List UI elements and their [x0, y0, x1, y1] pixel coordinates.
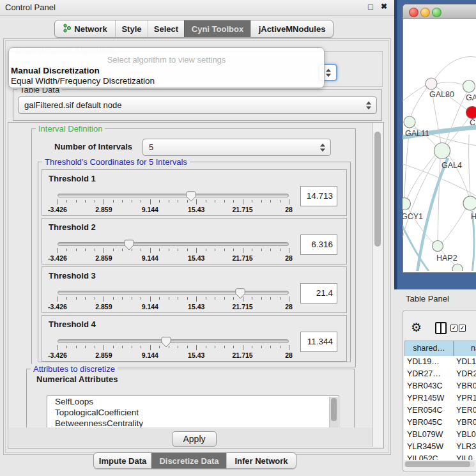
threshold-value-input[interactable]: 21.4: [300, 283, 337, 303]
minimize-window-icon[interactable]: [420, 8, 430, 17]
table-row[interactable]: YDL19…YDL1: [404, 356, 476, 368]
tab-network[interactable]: Network: [55, 20, 115, 37]
network-node-label: C: [470, 118, 475, 127]
tab-cyni-toolbox[interactable]: Cyni Toolbox: [184, 20, 250, 37]
gear-icon[interactable]: ⚙: [411, 321, 422, 334]
slider-tick: [122, 346, 123, 348]
slider-track[interactable]: [58, 339, 289, 343]
slider-thumb[interactable]: [235, 288, 245, 299]
settings-vertical-scrollbar[interactable]: [372, 123, 383, 447]
number-of-intervals-combobox[interactable]: 5: [142, 139, 331, 156]
slider-tick: [95, 200, 95, 203]
table-row[interactable]: YBR045CYBR0: [404, 417, 476, 429]
network-edge[interactable]: [407, 155, 435, 199]
network-node-c[interactable]: [466, 107, 476, 119]
dropdown-option-manual[interactable]: Manual Discretization: [11, 66, 100, 75]
tab-style[interactable]: Style: [115, 20, 148, 37]
table-row[interactable]: YLR345WYLR3: [404, 441, 476, 453]
table-row[interactable]: YER054CYER0: [404, 404, 476, 417]
table-scrollbar-thumb[interactable]: [405, 461, 470, 467]
list-scrollbar-thumb[interactable]: [331, 398, 337, 421]
network-edge[interactable]: [435, 57, 476, 79]
network-node-ga[interactable]: [463, 81, 475, 93]
attribute-list-item[interactable]: TopologicalCoefficient: [47, 407, 339, 418]
apply-button[interactable]: Apply: [172, 431, 217, 447]
float-window-icon[interactable]: □: [368, 2, 373, 12]
network-node-h[interactable]: [463, 196, 476, 210]
slider-tick: [85, 297, 86, 300]
table-row[interactable]: YPR145WYPR1: [404, 392, 476, 404]
network-edge[interactable]: [442, 208, 466, 243]
zoom-window-icon[interactable]: [432, 8, 441, 17]
threshold-rows: Threshold 1-3.4262.8599.14415.4321.71528…: [42, 169, 347, 364]
threshold-slider[interactable]: -3.4262.8599.14415.4321.71528: [58, 285, 289, 311]
network-node-gal11[interactable]: [404, 116, 415, 128]
threshold-slider[interactable]: -3.4262.8599.14415.4321.71528: [58, 188, 289, 213]
slider-tick: [132, 346, 132, 348]
cell-name: YBR0: [456, 417, 476, 429]
tab-label: jActiveMNodules: [259, 24, 326, 34]
network-window-titlebar[interactable]: [403, 4, 476, 19]
checkbox-checked-icon[interactable]: ✓: [450, 325, 457, 332]
table-data-combobox[interactable]: galFiltered.sif default node: [18, 96, 377, 114]
dropdown-placeholder: Select algorithm to view settings: [9, 55, 324, 65]
numerical-attributes-list[interactable]: SelfLoopsTopologicalCoefficientBetweenne…: [47, 395, 339, 429]
threshold-value-input[interactable]: 11.344: [300, 332, 337, 352]
slider-tick: [66, 346, 67, 348]
network-node-hap2[interactable]: [433, 241, 443, 252]
slider-tick-label: 15.43: [188, 303, 204, 311]
split-columns-icon[interactable]: [435, 322, 447, 334]
network-node[interactable]: [452, 264, 463, 271]
checkbox-checked-icon[interactable]: ✓: [459, 325, 466, 332]
slider-tick: [280, 297, 280, 300]
column-header-name[interactable]: na: [454, 341, 476, 357]
slider-tick-label: 2.859: [95, 206, 112, 213]
tab-infer-network[interactable]: Infer Network: [226, 453, 296, 468]
cell-name: YPR1: [456, 392, 476, 404]
numerical-attributes-label: Numerical Attributes: [36, 374, 118, 384]
slider-tick: [233, 297, 234, 300]
threshold-value-input[interactable]: 6.316: [300, 234, 337, 255]
slider-tick: [243, 199, 243, 204]
network-node-gcy1[interactable]: [403, 198, 411, 210]
slider-track[interactable]: [58, 291, 289, 295]
table-row[interactable]: YBR043CYBR0: [404, 380, 476, 392]
slider-track[interactable]: [58, 194, 289, 197]
slider-thumb[interactable]: [161, 337, 171, 348]
slider-tick: [159, 200, 160, 203]
slider-tick: [104, 248, 104, 253]
network-edge[interactable]: [445, 92, 467, 144]
network-canvas[interactable]: GAL80GACGAL11GAL4GCY1HHAP2: [403, 18, 476, 271]
threshold-slider[interactable]: -3.4262.8599.14415.4321.71528: [58, 334, 289, 359]
attribute-list-item[interactable]: SelfLoops: [47, 396, 339, 407]
tab-jactivemnodules[interactable]: jActiveMNodules: [250, 20, 333, 37]
network-node-gal4[interactable]: [434, 143, 450, 159]
table-row[interactable]: YDR27…YDR2: [404, 368, 476, 380]
table-row[interactable]: YIL052CYIL0: [404, 453, 476, 460]
slider-tick: [215, 200, 215, 203]
slider-tick: [76, 200, 77, 203]
tab-select[interactable]: Select: [148, 20, 184, 37]
list-scrollbar[interactable]: [329, 397, 338, 427]
dropdown-option-equal-width[interactable]: Equal Width/Frequency Discretization: [11, 76, 155, 86]
slider-thumb[interactable]: [186, 191, 196, 202]
slider-tick-label: 2.859: [95, 303, 112, 311]
close-window-icon[interactable]: [409, 8, 418, 17]
network-edge[interactable]: [437, 82, 463, 85]
tab-discretize-data[interactable]: Discretize Data: [151, 453, 226, 468]
threshold-slider[interactable]: -3.4262.8599.14415.4321.71528: [58, 236, 289, 262]
network-edge[interactable]: [438, 159, 440, 240]
scrollbar-thumb[interactable]: [374, 132, 381, 247]
network-node-gal80[interactable]: [426, 78, 437, 89]
table-horizontal-scrollbar[interactable]: [404, 461, 475, 467]
cell-shared-name: YBR043C: [407, 380, 443, 392]
column-header-shared-name[interactable]: shared…: [404, 341, 454, 357]
network-edge[interactable]: [411, 88, 427, 116]
table-row[interactable]: YBL079WYBL0: [404, 429, 476, 441]
tab-impute-data[interactable]: Impute Data: [94, 453, 151, 468]
threshold-value-input[interactable]: 14.713: [300, 186, 337, 206]
close-panel-icon[interactable]: ✖: [381, 2, 387, 11]
slider-thumb[interactable]: [124, 240, 134, 250]
slider-track[interactable]: [58, 242, 289, 246]
node-table-rows: YDL19…YDL1YDR27…YDR2YBR043CYBR0YPR145WYP…: [404, 356, 476, 460]
